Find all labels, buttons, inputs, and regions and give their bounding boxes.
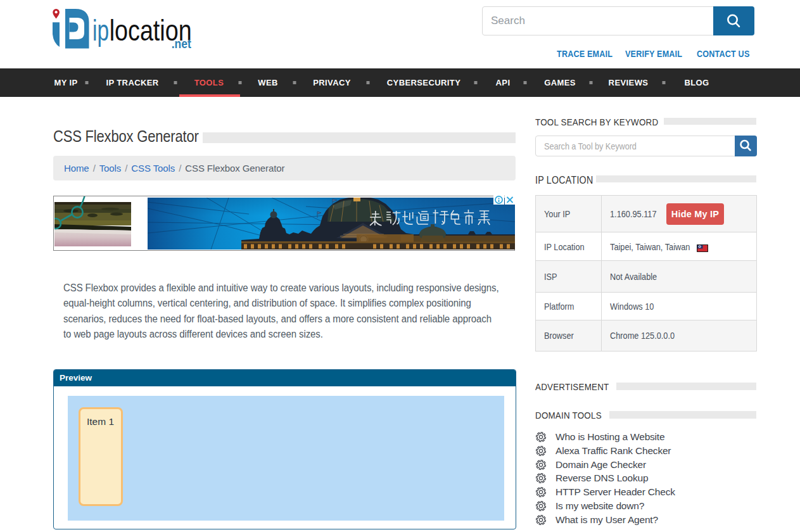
- svg-text:.net: .net: [172, 37, 191, 51]
- svg-text:ip: ip: [92, 14, 109, 47]
